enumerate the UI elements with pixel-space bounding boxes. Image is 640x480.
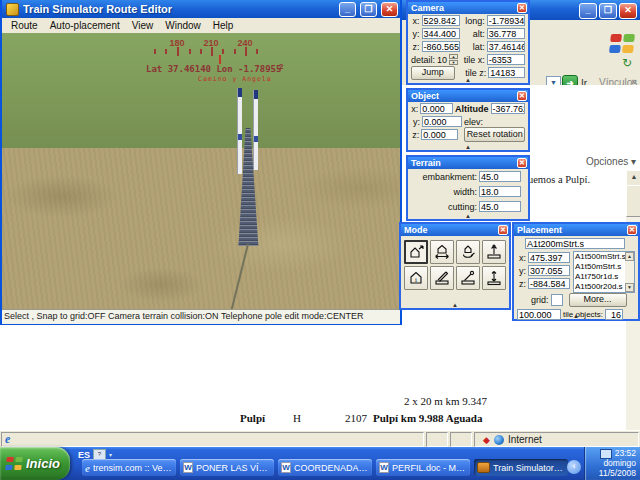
terrain-palette: Terrain ✕ embankment: 45.0 width: 18.0 c… <box>406 155 530 221</box>
snap-distance-field[interactable]: 100.000 <box>517 309 561 320</box>
mode-terrain-pick-button[interactable] <box>456 266 480 290</box>
close-icon[interactable]: ✕ <box>498 225 508 235</box>
camera-palette-titlebar[interactable]: Camera ✕ <box>408 2 528 14</box>
camera-z-field[interactable]: -860.565 <box>422 41 460 52</box>
grid-checkbox[interactable] <box>551 294 563 306</box>
mode-place-object-button[interactable] <box>404 240 428 264</box>
mode-move-object-button[interactable] <box>430 240 454 264</box>
selected-shape-field[interactable]: A1t200mStrt.s <box>525 238 625 249</box>
menu-auto-placement[interactable]: Auto-placement <box>45 20 125 31</box>
clock-date: 11/5/2008 <box>599 469 636 479</box>
language-options-icon[interactable]: ▾ <box>109 451 112 458</box>
more-button[interactable]: More... <box>569 293 627 307</box>
train-icon <box>477 462 490 473</box>
close-icon[interactable]: ✕ <box>517 91 527 101</box>
ground-terrain <box>2 148 400 309</box>
embankment-field[interactable]: 45.0 <box>479 171 521 182</box>
scroll-thumb[interactable] <box>626 185 640 217</box>
word-icon: W <box>281 462 291 473</box>
cutting-field[interactable]: 45.0 <box>479 201 521 212</box>
collapse-handle-icon[interactable]: ▲ <box>573 313 579 319</box>
minimize-button[interactable]: _ <box>579 3 597 19</box>
object-y-field[interactable]: 0.000 <box>422 116 462 127</box>
collapse-handle-icon[interactable]: ▲ <box>465 77 471 83</box>
refresh-icon[interactable]: ↻ <box>622 56 632 70</box>
maximize-button[interactable]: ❐ <box>360 2 377 17</box>
taskbar-button-trensim[interactable]: e trensim.com :: Ver te... <box>82 459 176 476</box>
pole-number-label: 2 <box>279 62 283 71</box>
latlon-readout: Lat 37.46140 Lon -1.78955 <box>146 64 281 74</box>
mode-object-info-button[interactable]: i <box>404 266 428 290</box>
placement-palette-titlebar[interactable]: Placement ✕ <box>514 224 638 236</box>
shape-listbox[interactable]: A1t500mStrt.s A1t50mStrt.s A1t750r1d.s A… <box>573 251 635 293</box>
collapse-handle-icon[interactable]: ▲ <box>452 302 458 308</box>
menu-route[interactable]: Route <box>6 20 43 31</box>
measure-text: 2 x 20 m km 9.347 <box>404 395 487 407</box>
statusbar-segment <box>426 432 448 447</box>
scroll-down-icon[interactable]: ▼ <box>625 283 634 292</box>
options-dropdown[interactable]: Opciones ▾ <box>586 156 636 167</box>
world-viewport[interactable]: 180 210 240 Lat 37.46140 Lon -1.78955 2 … <box>2 33 400 309</box>
eyedropper-terrain-icon <box>460 270 476 286</box>
object-x-field[interactable]: 0.000 <box>420 103 453 114</box>
mode-palette-titlebar[interactable]: Mode ✕ <box>401 224 509 236</box>
reset-rotation-button[interactable]: Reset rotation <box>464 127 525 142</box>
taskbar-button-coordenadas[interactable]: W COORDENADAS MUR... <box>278 459 372 476</box>
mode-vertical-anchor-button[interactable] <box>482 266 506 290</box>
menu-window[interactable]: Window <box>160 20 206 31</box>
close-icon[interactable]: ✕ <box>517 3 527 13</box>
detail-spinner[interactable]: ▲▼ <box>449 54 458 65</box>
house-move-icon <box>434 244 450 260</box>
mode-terrain-paint-button[interactable] <box>430 266 454 290</box>
window-title: Train Simulator Route Editor <box>23 3 335 15</box>
scroll-up-icon[interactable]: ▲ <box>625 252 634 261</box>
terrain-palette-titlebar[interactable]: Terrain ✕ <box>408 157 528 169</box>
editor-titlebar[interactable]: Train Simulator Route Editor _ ❐ ✕ <box>2 0 400 18</box>
camera-tilex-field[interactable]: -6353 <box>487 54 525 65</box>
object-altitude-field[interactable]: -367.762 <box>491 103 525 114</box>
camera-long-field[interactable]: -1.78934 <box>487 15 525 26</box>
camera-x-field[interactable]: 529.842 <box>422 15 460 26</box>
tray-chevron-icon[interactable]: ‹ <box>567 460 581 474</box>
mode-raise-object-button[interactable] <box>482 240 506 264</box>
placement-x-field[interactable]: 475.397 <box>528 252 570 263</box>
jump-button[interactable]: Jump <box>411 66 455 80</box>
kilometer-post <box>237 88 242 174</box>
table-cell-location: Pulpí km 9.988 Aguada <box>373 412 482 424</box>
close-icon[interactable]: ✕ <box>517 158 527 168</box>
ie-page-icon: e <box>5 434 10 445</box>
taskbar-button-poner-vias[interactable]: W PONER LAS VÍAS HA... <box>180 459 274 476</box>
minimize-button[interactable]: _ <box>339 2 356 17</box>
word-icon: W <box>183 462 193 473</box>
collapse-handle-icon[interactable]: ▲ <box>465 213 471 219</box>
restore-button[interactable]: ❐ <box>599 3 617 19</box>
camera-tilez-field[interactable]: 14183 <box>488 67 525 78</box>
mode-rotate-object-button[interactable] <box>456 240 480 264</box>
camera-lat-field[interactable]: 37.46146 <box>487 41 525 52</box>
close-button[interactable]: ✕ <box>619 3 637 19</box>
taskbar-button-train-simulator[interactable]: Train Simulator Route... <box>474 459 568 476</box>
menu-view[interactable]: View <box>127 20 159 31</box>
menu-help[interactable]: Help <box>208 20 239 31</box>
close-button[interactable]: ✕ <box>381 2 398 17</box>
start-button[interactable]: Inicio <box>0 447 70 480</box>
collapse-handle-icon[interactable]: ▲ <box>465 144 471 150</box>
editor-statusbar: Select , Snap to grid:OFF Camera terrain… <box>2 309 400 324</box>
object-palette-titlebar[interactable]: Object ✕ <box>408 90 528 102</box>
placement-y-field[interactable]: 307.055 <box>528 265 570 276</box>
pencil-terrain-icon <box>434 270 450 286</box>
compass-ruler: 180 210 240 <box>2 33 400 63</box>
close-icon[interactable]: ✕ <box>627 225 637 235</box>
camera-y-field[interactable]: 344.400 <box>422 28 460 39</box>
raise-arrow-icon <box>486 244 502 260</box>
scroll-up-icon[interactable]: ▲ <box>626 170 640 186</box>
object-z-field[interactable]: 0.000 <box>421 129 458 140</box>
width-field[interactable]: 18.0 <box>479 186 521 197</box>
placement-z-field[interactable]: -884.584 <box>528 278 570 289</box>
list-scrollbar[interactable]: ▲ ▼ <box>625 252 634 292</box>
house-rotate-icon <box>460 244 476 260</box>
browser-statusbar: e ◆ Internet <box>0 430 640 448</box>
language-indicator[interactable]: ES <box>78 450 90 460</box>
camera-alt-field[interactable]: 36.778 <box>487 28 525 39</box>
taskbar-button-perfil-doc[interactable]: W PERFIL.doc - Microso... <box>376 459 470 476</box>
